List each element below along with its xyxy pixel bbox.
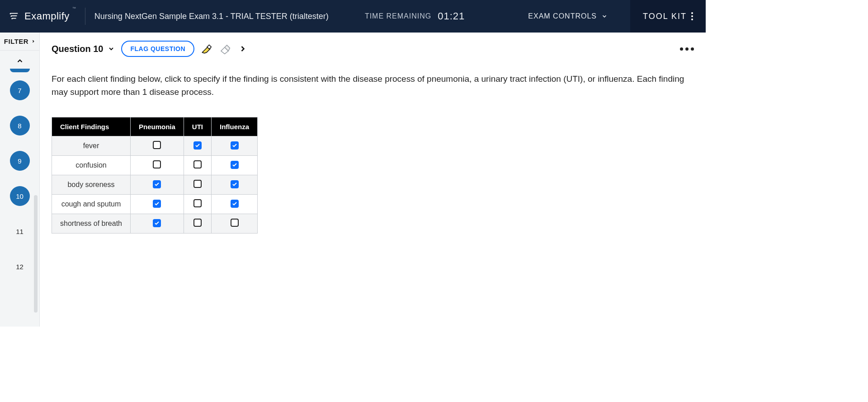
matrix-cell	[212, 136, 258, 155]
question-nav-11[interactable]: 11	[10, 221, 30, 241]
more-vertical-icon	[691, 12, 693, 20]
checkbox[interactable]	[153, 200, 161, 208]
eraser-icon	[219, 43, 231, 55]
highlighter-icon	[201, 43, 212, 55]
matrix-cell	[130, 136, 184, 155]
exam-title: Nursing NextGen Sample Exam 3.1 - TRIAL …	[94, 12, 329, 21]
matrix-cell	[130, 194, 184, 214]
matrix-cell	[130, 155, 184, 175]
chevron-right-icon	[31, 39, 35, 43]
question-prompt: For each client finding below, click to …	[52, 72, 684, 99]
checkbox[interactable]	[153, 141, 161, 149]
matrix-row: body soreness	[52, 175, 258, 194]
matrix-row: fever	[52, 136, 258, 155]
checkbox[interactable]	[193, 219, 202, 227]
checkbox[interactable]	[153, 219, 161, 227]
chevron-down-icon	[601, 13, 608, 19]
matrix-cell	[130, 214, 184, 233]
highlighter-tool[interactable]	[201, 43, 212, 55]
matrix-cell	[184, 136, 211, 155]
question-nav-sidebar: FILTER 789101112	[0, 33, 40, 327]
question-nav-8[interactable]: 8	[10, 116, 30, 136]
question-nav-12[interactable]: 12	[10, 257, 30, 276]
checkbox[interactable]	[231, 141, 239, 150]
more-options-button[interactable]	[680, 47, 694, 51]
checkbox[interactable]	[193, 141, 202, 150]
matrix-header-influenza: Influenza	[212, 117, 258, 136]
brand-name: Examplify	[24, 10, 70, 22]
chevron-down-icon	[108, 45, 115, 52]
matrix-cell	[212, 175, 258, 194]
eraser-tool[interactable]	[219, 43, 231, 55]
checkbox[interactable]	[193, 160, 202, 168]
matrix-row: cough and sputum	[52, 194, 258, 214]
matrix-row: shortness of breath	[52, 214, 258, 233]
flag-question-button[interactable]: FLAG QUESTION	[121, 41, 194, 57]
finding-label: shortness of breath	[52, 214, 131, 233]
checkbox[interactable]	[193, 199, 202, 207]
finding-label: cough and sputum	[52, 194, 131, 214]
brand: Examplify ™	[0, 0, 76, 33]
finding-label: confusion	[52, 155, 131, 175]
checkbox[interactable]	[153, 160, 161, 168]
exam-controls-label: EXAM CONTROLS	[528, 12, 597, 20]
matrix-row: confusion	[52, 155, 258, 175]
checkbox[interactable]	[231, 161, 239, 169]
finding-label: fever	[52, 136, 131, 155]
time-remaining[interactable]: TIME REMAINING 01:21	[365, 10, 465, 22]
matrix-cell	[184, 155, 211, 175]
question-nav-peek[interactable]	[10, 69, 30, 72]
question-area: Question 10 FLAG QUESTION	[40, 33, 706, 327]
question-number-dropdown[interactable]: Question 10	[52, 44, 115, 54]
time-label: TIME REMAINING	[365, 12, 431, 20]
chevron-right-icon	[238, 44, 247, 53]
matrix-cell	[184, 194, 211, 214]
filter-label: FILTER	[4, 37, 28, 45]
toolkit-label: TOOL KIT	[643, 12, 687, 21]
matrix-cell	[130, 175, 184, 194]
filter-button[interactable]: FILTER	[0, 33, 39, 51]
app-header: Examplify ™ Nursing NextGen Sample Exam …	[0, 0, 706, 33]
matrix-header-findings: Client Findings	[52, 117, 131, 136]
findings-matrix-table: Client FindingsPneumoniaUTIInfluenza fev…	[52, 117, 258, 234]
divider	[85, 8, 85, 25]
toolkit-menu[interactable]: TOOL KIT	[630, 0, 706, 33]
finding-label: body soreness	[52, 175, 131, 194]
matrix-cell	[212, 155, 258, 175]
brand-logo-icon	[9, 11, 19, 21]
exam-controls-menu[interactable]: EXAM CONTROLS	[528, 12, 608, 20]
matrix-cell	[212, 194, 258, 214]
matrix-cell	[212, 214, 258, 233]
matrix-header-uti: UTI	[184, 117, 211, 136]
checkbox[interactable]	[231, 200, 239, 208]
matrix-cell	[184, 175, 211, 194]
matrix-cell	[184, 214, 211, 233]
time-value: 01:21	[438, 10, 465, 22]
checkbox[interactable]	[231, 180, 239, 188]
sidebar-scrollbar[interactable]	[34, 195, 38, 313]
scroll-up-button[interactable]	[16, 57, 24, 67]
more-horizontal-icon	[680, 47, 694, 51]
trademark: ™	[72, 6, 76, 10]
question-number-label: Question 10	[52, 44, 103, 54]
next-question-button[interactable]	[237, 43, 249, 55]
checkbox[interactable]	[193, 180, 202, 188]
question-toolbar: Question 10 FLAG QUESTION	[52, 41, 694, 57]
checkbox[interactable]	[231, 219, 239, 227]
question-nav-7[interactable]: 7	[10, 80, 30, 100]
matrix-header-pneumonia: Pneumonia	[130, 117, 184, 136]
checkbox[interactable]	[153, 180, 161, 188]
question-nav-10[interactable]: 10	[10, 186, 30, 206]
chevron-up-icon	[16, 57, 24, 65]
question-nav-9[interactable]: 9	[10, 151, 30, 171]
